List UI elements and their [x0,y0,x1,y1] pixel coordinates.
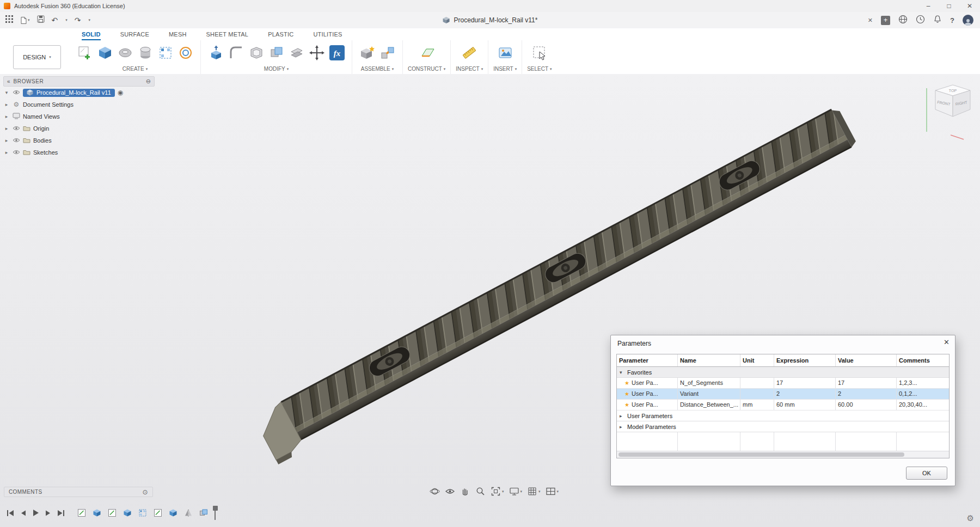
comments-panel[interactable]: COMMENTS ⊙ [4,487,153,497]
look-at-button[interactable] [444,486,456,497]
activate-component-icon[interactable]: ◉ [118,89,123,96]
insert-button[interactable] [495,42,515,63]
close-window-button[interactable]: ✕ [959,0,980,12]
create-revolve-button[interactable] [115,42,135,63]
parameter-name-cell[interactable]: Variant [678,389,740,399]
scrollbar-thumb[interactable] [618,452,904,457]
redo-caret-icon[interactable]: ▾ [89,18,91,22]
document-tab[interactable]: Procedural_M-lock_Rail v11* [433,12,548,28]
chevron-down-icon[interactable]: ▾ [620,370,624,375]
browser-item-sketches[interactable]: ▸ Sketches [3,146,155,158]
create-sketch-button[interactable] [75,42,95,63]
inspect-group-label[interactable]: INSPECT▾ [456,65,483,73]
file-menu-icon[interactable]: ▾ [20,16,30,24]
timeline-feature-icon[interactable] [153,508,163,518]
display-settings-button[interactable]: ▾ [509,486,523,497]
extensions-globe-icon[interactable] [898,15,908,26]
viewcube[interactable]: TOP FRONT RIGHT [919,78,980,144]
parameter-unit-cell[interactable]: mm [740,400,774,410]
timeline-position-marker[interactable] [213,506,218,520]
measure-button[interactable] [460,42,480,63]
construction-plane-button[interactable] [416,42,437,63]
parameter-row[interactable]: ★ User Pa... Variant 2 2 0,1,2... [617,389,949,400]
timeline-step-forward-button[interactable] [42,507,54,519]
timeline-skip-start-button[interactable] [4,507,17,519]
joint-button[interactable] [377,42,397,63]
parameters-dialog[interactable]: Parameters ✕ Parameter Name Unit Express… [610,335,955,486]
timeline-feature-icon[interactable] [107,508,117,518]
parameters-dialog-close-icon[interactable]: ✕ [944,338,950,346]
maximize-button[interactable]: □ [939,0,959,12]
grid-snaps-button[interactable]: ▾ [526,486,541,497]
undo-icon[interactable]: ↶ [52,16,58,24]
root-component-pill[interactable]: Procedural_M-lock_Rail v11 [23,89,115,97]
construct-group-label[interactable]: CONSTRUCT▾ [408,65,445,73]
fit-button[interactable]: ▾ [490,486,505,497]
timeline-skip-end-button[interactable] [54,507,67,519]
visibility-eye-icon[interactable] [13,89,20,96]
visibility-eye-icon[interactable] [13,149,20,156]
modify-group-label[interactable]: MODIFY▾ [264,65,289,73]
timeline-play-button[interactable] [29,507,42,519]
create-box-button[interactable] [95,42,115,63]
parameter-comments-cell[interactable]: 1,2,3... [897,378,949,388]
chevron-right-icon[interactable]: ▸ [3,126,10,131]
redo-icon[interactable]: ↷ [75,16,81,24]
timeline-step-back-button[interactable] [17,507,29,519]
chevron-right-icon[interactable]: ▸ [3,138,10,143]
browser-minimize-icon[interactable]: ⊖ [146,78,151,85]
user-parameters-group-row[interactable]: ▸ User Parameters [617,410,949,421]
zoom-button[interactable] [475,486,486,497]
parameter-row[interactable]: ★ User Pa... N_of_Segments 17 17 1,2,3..… [617,378,949,389]
chevron-right-icon[interactable]: ▸ [3,102,10,107]
parameter-expression-cell[interactable]: 60 mm [774,400,836,410]
chevron-right-icon[interactable]: ▸ [620,413,624,419]
visibility-eye-icon[interactable] [13,137,20,144]
horizontal-scrollbar[interactable] [617,451,949,458]
insert-group-label[interactable]: INSERT▾ [493,65,517,73]
favorite-star-icon[interactable]: ★ [624,378,629,388]
tab-surface[interactable]: SURFACE [120,31,149,40]
timeline-feature-icon[interactable] [199,508,209,518]
notifications-bell-icon[interactable] [933,15,942,26]
tab-plastic[interactable]: PLASTIC [268,31,293,40]
combine-button[interactable] [266,42,286,63]
create-coil-button[interactable] [175,42,195,63]
shell-button[interactable] [246,42,266,63]
parameter-expression-cell[interactable]: 2 [774,389,836,399]
timeline-feature-icon[interactable] [168,508,178,518]
user-avatar[interactable] [963,15,973,26]
close-tab-icon[interactable]: ✕ [868,17,873,24]
viewports-button[interactable]: ▾ [545,486,560,497]
chevron-right-icon[interactable]: ▸ [620,424,624,430]
activity-clock-icon[interactable] [916,15,925,26]
chevron-down-icon[interactable]: ▾ [3,90,10,95]
parameter-comments-cell[interactable]: 20,30,40... [897,400,949,410]
create-cylinder-button[interactable] [135,42,155,63]
save-icon[interactable] [37,15,45,25]
favorite-star-icon[interactable]: ★ [624,389,629,399]
parameter-name-cell[interactable]: Distance_Between_... [678,400,740,410]
create-pattern-button[interactable] [155,42,175,63]
undo-caret-icon[interactable]: ▾ [65,18,68,22]
browser-header[interactable]: « BROWSER ⊖ [3,76,155,87]
new-component-button[interactable] [357,42,377,63]
ok-button[interactable]: OK [906,467,947,480]
press-pull-button[interactable] [206,42,226,63]
favorite-star-icon[interactable]: ★ [624,400,629,410]
change-parameters-fx-button[interactable]: fx [327,42,347,63]
app-grid-icon[interactable] [5,15,13,25]
select-group-label[interactable]: SELECT▾ [527,65,552,73]
browser-item-named-views[interactable]: ▸ Named Views [3,111,155,122]
pan-button[interactable] [460,486,471,497]
tab-mesh[interactable]: MESH [169,31,187,40]
model-parameters-group-row[interactable]: ▸ Model Parameters [617,421,949,432]
favorites-group-row[interactable]: ▾ Favorites [617,367,949,378]
comments-indicator-icon[interactable]: ⊙ [143,488,148,496]
visibility-eye-icon[interactable] [13,125,20,132]
parameter-comments-cell[interactable]: 0,1,2... [897,389,949,399]
tab-utilities[interactable]: UTILITIES [313,31,342,40]
parameter-row[interactable]: ★ User Pa... Distance_Between_... mm 60 … [617,400,949,410]
timeline-feature-icon[interactable] [138,508,148,518]
select-button[interactable] [529,42,549,63]
